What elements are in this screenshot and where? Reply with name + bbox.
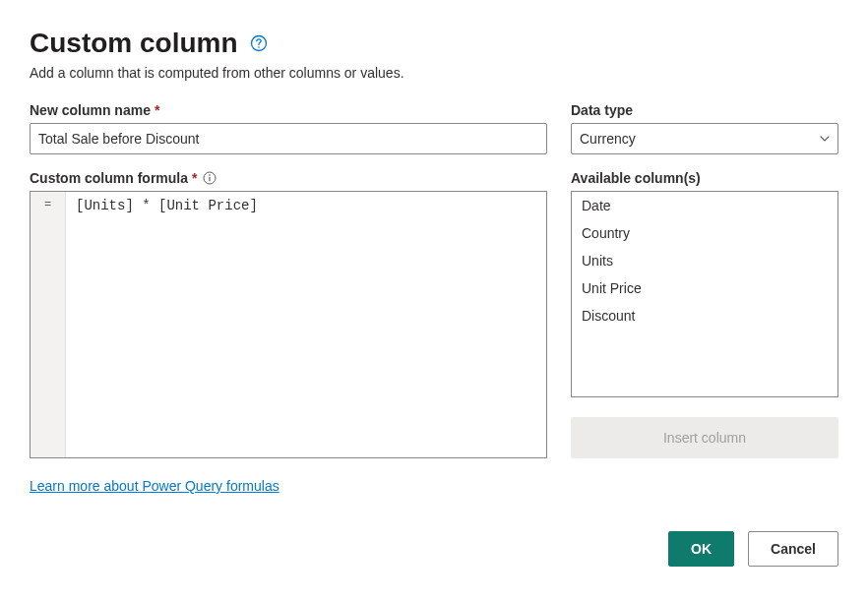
data-type-select[interactable]: Currency [571, 123, 838, 154]
available-columns-list[interactable]: Date Country Units Unit Price Discount [571, 191, 838, 397]
column-item[interactable]: Country [572, 219, 837, 247]
column-item[interactable]: Date [572, 192, 837, 219]
column-item[interactable]: Discount [572, 302, 837, 330]
formula-editor[interactable]: = [30, 191, 547, 458]
data-type-label: Data type [571, 102, 838, 118]
formula-textarea[interactable] [66, 192, 546, 457]
formula-gutter: = [31, 192, 66, 457]
column-name-input[interactable] [30, 123, 547, 154]
cancel-button[interactable]: Cancel [748, 531, 838, 567]
page-title: Custom column [30, 28, 238, 59]
learn-more-link[interactable]: Learn more about Power Query formulas [30, 478, 279, 494]
svg-point-3 [210, 174, 212, 176]
available-columns-label: Available column(s) [571, 170, 838, 186]
page-subtitle: Add a column that is computed from other… [30, 65, 838, 81]
column-item[interactable]: Unit Price [572, 274, 837, 302]
required-asterisk: * [155, 102, 159, 118]
svg-point-1 [258, 46, 260, 48]
required-asterisk: * [192, 170, 197, 186]
ok-button[interactable]: OK [668, 531, 734, 567]
insert-column-button[interactable]: Insert column [571, 417, 838, 458]
help-icon[interactable] [250, 34, 268, 52]
svg-rect-4 [210, 177, 211, 182]
formula-label: Custom column formula * [30, 170, 547, 186]
column-item[interactable]: Units [572, 247, 837, 274]
info-icon[interactable] [203, 171, 217, 185]
column-name-label: New column name * [30, 102, 547, 118]
